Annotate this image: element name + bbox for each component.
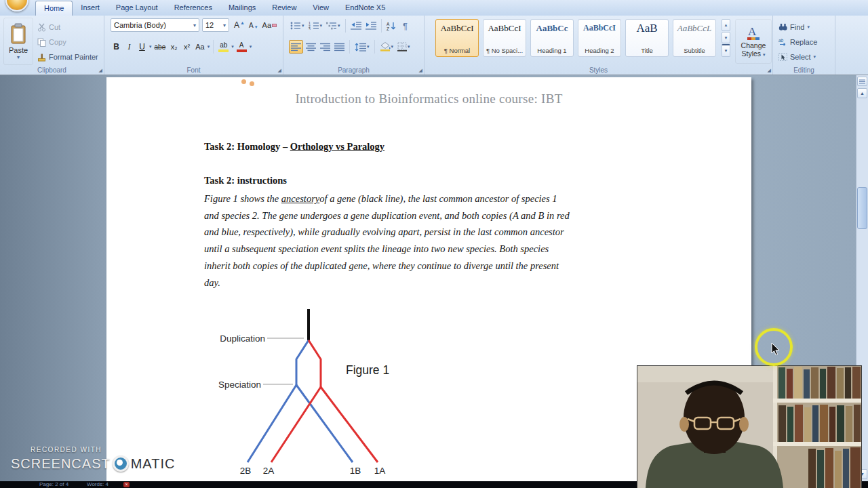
style-no-spacing[interactable]: AaBbCcI ¶ No Spaci... xyxy=(483,19,526,57)
recorded-with-label: RECORDED WITH xyxy=(31,446,175,453)
tab-review[interactable]: Review xyxy=(264,1,304,16)
highlight-color-bar xyxy=(218,49,229,52)
font-color-dropdown-arrow[interactable]: ▾ xyxy=(250,44,252,49)
numbering-dropdown-arrow: ▾ xyxy=(320,23,323,28)
superscript-button[interactable]: x² xyxy=(181,39,193,54)
font-name-combobox[interactable]: Cambria (Body)▾ xyxy=(111,18,199,32)
person-head xyxy=(684,381,745,454)
cut-label: Cut xyxy=(49,23,60,31)
strikethrough-button[interactable]: abe xyxy=(153,39,167,54)
recording-marker-dot xyxy=(250,81,254,86)
increase-indent-button[interactable] xyxy=(364,19,378,33)
shrink-font-button[interactable]: A▼ xyxy=(248,18,260,33)
style-preview: AaBbCc xyxy=(536,24,568,33)
word-count[interactable]: Words: 4 xyxy=(87,481,108,488)
paste-button[interactable]: Paste ▾ xyxy=(3,18,33,65)
bullets-button[interactable]: ▾ xyxy=(289,19,306,33)
gallery-scroll-up-button[interactable]: ▲ xyxy=(722,19,730,31)
find-button[interactable]: Find ▾ xyxy=(778,20,810,34)
cut-button[interactable]: Cut xyxy=(35,20,62,34)
text-highlight-button[interactable]: ab xyxy=(217,39,230,54)
gallery-scroll-down-button[interactable]: ▼ xyxy=(722,32,730,44)
style-heading1[interactable]: AaBbCc Heading 1 xyxy=(530,19,574,57)
decrease-indent-button[interactable] xyxy=(349,19,363,33)
styles-gallery-scroll: ▲ ▼ ▼ xyxy=(722,19,730,57)
ruler-toggle-button[interactable] xyxy=(857,77,867,86)
tab-insert[interactable]: Insert xyxy=(73,1,108,16)
clipboard-dialog-launcher[interactable]: ◢ xyxy=(99,68,102,73)
scroll-up-button[interactable]: ▲ xyxy=(857,88,867,98)
find-dropdown-arrow: ▾ xyxy=(807,24,810,30)
font-dialog-launcher[interactable]: ◢ xyxy=(278,68,281,73)
clear-formatting-button[interactable]: Aa xyxy=(261,18,278,33)
style-preview: AaBbCcI xyxy=(488,24,521,33)
style-heading2[interactable]: AaBbCcI Heading 2 xyxy=(578,19,621,57)
underline-button[interactable]: U xyxy=(136,39,148,54)
shading-button[interactable]: ▾ xyxy=(378,40,395,54)
underline-dropdown-arrow[interactable]: ▾ xyxy=(149,44,152,49)
borders-button[interactable]: ▾ xyxy=(396,40,412,54)
screencast-watermark: RECORDED WITH SCREENCAST MATIC xyxy=(11,446,175,472)
replace-icon: ab xyxy=(778,38,787,46)
change-styles-button[interactable]: A Change Styles ▾ xyxy=(735,19,772,64)
select-button[interactable]: Select ▾ xyxy=(778,50,816,64)
justify-button[interactable] xyxy=(333,40,346,54)
tab-view[interactable]: View xyxy=(304,1,337,16)
divider xyxy=(213,40,214,54)
change-case-button[interactable]: Aa xyxy=(194,39,205,54)
tab-references[interactable]: References xyxy=(166,1,220,16)
clear-formatting-glyph: Aa xyxy=(262,21,271,29)
style-subtitle[interactable]: AaBbCcL Subtitle xyxy=(673,19,716,57)
sort-button[interactable]: AZ xyxy=(385,19,398,33)
styles-group-label: Styles xyxy=(425,66,772,74)
highlight-dropdown-arrow[interactable]: ▾ xyxy=(231,44,234,49)
page-indicator[interactable]: Page: 2 of 4 xyxy=(39,481,68,488)
multilevel-list-button[interactable]: ▾ xyxy=(325,19,342,33)
align-right-button[interactable] xyxy=(319,40,332,54)
tab-mailings[interactable]: Mailings xyxy=(220,1,264,16)
align-center-button[interactable] xyxy=(304,40,317,54)
style-normal[interactable]: AaBbCcI ¶ Normal xyxy=(435,19,479,57)
shrink-font-glyph: A xyxy=(249,22,254,29)
copy-button[interactable]: Copy xyxy=(35,35,68,49)
shading-dropdown-arrow: ▾ xyxy=(391,44,394,49)
shelf-board xyxy=(773,399,861,403)
tab-page-layout[interactable]: Page Layout xyxy=(108,1,166,16)
binoculars-icon xyxy=(778,23,787,31)
duplication-label: Duplication xyxy=(220,333,265,344)
tab-home[interactable]: Home xyxy=(35,1,73,16)
format-painter-button[interactable]: Format Painter xyxy=(35,50,100,64)
numbering-button[interactable]: 123 ▾ xyxy=(307,19,324,33)
screencast-brand-label: SCREENCAST xyxy=(11,456,111,472)
font-color-glyph: A xyxy=(239,42,244,49)
mouse-cursor xyxy=(771,343,781,358)
increase-indent-icon xyxy=(366,22,376,30)
font-color-button[interactable]: A xyxy=(235,39,248,54)
divider xyxy=(345,19,346,33)
styles-group: AaBbCcI ¶ Normal AaBbCcI ¶ No Spaci... A… xyxy=(425,16,773,75)
align-left-button[interactable] xyxy=(289,40,303,54)
style-title[interactable]: AaB Title xyxy=(625,19,669,57)
svg-text:A: A xyxy=(387,22,390,26)
paragraph-dialog-launcher[interactable]: ◢ xyxy=(419,68,422,73)
grow-font-button[interactable]: A▲ xyxy=(233,18,246,33)
gallery-more-button[interactable]: ▼ xyxy=(722,44,730,57)
italic-button[interactable]: I xyxy=(123,39,135,54)
paragraph-line: day. xyxy=(204,274,570,291)
show-paragraph-marks-button[interactable]: ¶ xyxy=(399,19,412,33)
bold-button[interactable]: B xyxy=(111,39,122,54)
paragraph-group: ▾ 123 ▾ ▾ AZ xyxy=(283,16,425,75)
subscript-button[interactable]: x₂ xyxy=(168,39,180,54)
scrollbar-thumb[interactable] xyxy=(857,187,867,229)
office-button[interactable] xyxy=(5,0,28,12)
replace-button[interactable]: ab Replace xyxy=(778,35,817,49)
change-case-dropdown-arrow[interactable]: ▾ xyxy=(208,44,210,49)
font-size-combobox[interactable]: 12▾ xyxy=(202,18,229,32)
change-styles-label-2: Styles ▾ xyxy=(741,50,765,58)
eraser-icon xyxy=(272,24,277,27)
screencast-o-matic-logo-icon xyxy=(113,455,129,472)
proofing-error-icon[interactable]: × xyxy=(123,482,130,487)
tab-endnote[interactable]: EndNote X5 xyxy=(337,1,393,16)
styles-dialog-launcher[interactable]: ◢ xyxy=(768,68,771,73)
line-spacing-button[interactable]: ▾ xyxy=(353,40,371,54)
